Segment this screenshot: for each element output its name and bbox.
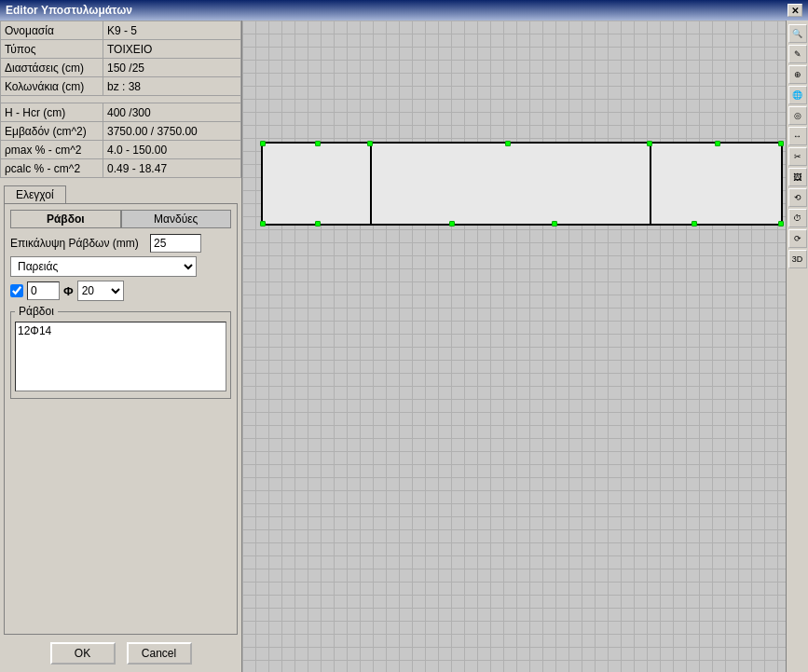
rabdoi-group-legend: Ράβδοι xyxy=(15,305,58,318)
info-label-0: Ονομασία xyxy=(1,21,103,40)
green-dot-t2 xyxy=(367,141,373,146)
info-value-8: 0.49 - 18.47 xyxy=(103,159,241,178)
left-panel: ΟνομασίαΚ9 - 5ΤύποςΤΟΙΧΕΙΟΔιαστάσεις (cm… xyxy=(0,21,242,672)
zoom-icon[interactable]: 🔍 xyxy=(788,24,807,43)
num-input[interactable] xyxy=(27,281,60,300)
info-table: ΟνομασίαΚ9 - 5ΤύποςΤΟΙΧΕΙΟΔιαστάσεις (cm… xyxy=(0,21,241,178)
epikalypsi-label: Επικάλυψη Ράβδων (mm) xyxy=(10,237,150,250)
grid-canvas xyxy=(242,21,808,672)
green-dot-b2 xyxy=(449,221,455,226)
add-icon[interactable]: ⊕ xyxy=(788,65,807,84)
info-label-1: Τύπος xyxy=(1,40,103,59)
close-button[interactable]: ✕ xyxy=(787,4,802,17)
right-panel: 🔍✎⊕🌐◎↔✂🖼⟲⏱⟳3D xyxy=(242,21,808,672)
cancel-button[interactable]: Cancel xyxy=(127,642,192,665)
epikalypsi-input[interactable] xyxy=(150,234,201,253)
sub-tab-mandyes[interactable]: Μανδύες xyxy=(121,210,232,228)
sub-tabs-row: Ράβδοι Μανδύες xyxy=(10,210,231,228)
ok-button[interactable]: OK xyxy=(50,642,116,665)
timer-icon[interactable]: ⏱ xyxy=(788,209,807,227)
info-label-2: Διαστάσεις (cm) xyxy=(1,59,103,77)
resize-icon[interactable]: ↔ xyxy=(788,127,807,145)
green-dot-t4 xyxy=(647,141,652,146)
checkbox-row: Φ 810121416182022252832 xyxy=(10,281,231,301)
tab-elegxoi[interactable]: Ελεγχοί xyxy=(4,185,66,203)
info-value-3: bz : 38 xyxy=(103,77,241,96)
info-label-7: ρmax % - cm^2 xyxy=(1,141,103,159)
green-dot-t3 xyxy=(505,141,511,146)
refresh-icon[interactable]: ⟳ xyxy=(788,229,807,248)
3d-icon[interactable]: 3D xyxy=(788,250,807,268)
green-dot-t5 xyxy=(715,141,720,146)
bottom-buttons: OK Cancel xyxy=(0,635,241,672)
tab-content: Ράβδοι Μανδύες Επικάλυψη Ράβδων (mm) Παρ… xyxy=(4,203,238,635)
wall-drawing xyxy=(261,142,783,226)
rotate-icon[interactable]: ⟲ xyxy=(788,188,807,207)
phi-dropdown[interactable]: 810121416182022252832 xyxy=(77,281,124,301)
green-dot-tr xyxy=(778,141,784,146)
phi-label: Φ xyxy=(63,284,74,298)
window-title: Editor Υποστυλωμάτων xyxy=(6,4,132,17)
green-dot-b1 xyxy=(315,221,321,226)
title-bar: Editor Υποστυλωμάτων ✕ xyxy=(0,0,808,21)
info-label-3: Κολωνάκια (cm) xyxy=(1,77,103,96)
info-label-6: Εμβαδόν (cm^2) xyxy=(1,122,103,141)
wall-inner-line1 xyxy=(370,144,372,224)
frame-icon[interactable]: 🖼 xyxy=(788,168,807,186)
tabs-row: Ελεγχοί xyxy=(0,185,241,203)
info-value-2: 150 /25 xyxy=(103,59,241,77)
canvas-area: 🔍✎⊕🌐◎↔✂🖼⟲⏱⟳3D xyxy=(242,21,808,672)
edit-icon[interactable]: ✎ xyxy=(788,45,807,63)
pareia-dropdown[interactable]: ΠαρειάςΕσωτερικάΕξωτερικά xyxy=(10,256,197,277)
green-dot-tl xyxy=(260,141,266,146)
info-value-0: Κ9 - 5 xyxy=(103,21,241,40)
target-icon[interactable]: ◎ xyxy=(788,106,807,125)
info-value-7: 4.0 - 150.00 xyxy=(103,141,241,159)
green-dot-b4 xyxy=(692,221,697,226)
green-dot-t1 xyxy=(315,141,321,146)
right-toolbar: 🔍✎⊕🌐◎↔✂🖼⟲⏱⟳3D xyxy=(786,21,808,672)
wall-inner-line2 xyxy=(650,144,651,224)
green-dot-bl xyxy=(260,221,266,226)
cut-icon[interactable]: ✂ xyxy=(788,147,807,166)
info-value-6: 3750.00 / 3750.00 xyxy=(103,122,241,141)
green-dot-br xyxy=(778,221,784,226)
globe-icon[interactable]: 🌐 xyxy=(788,86,807,104)
info-value-5: 400 /300 xyxy=(103,103,241,122)
info-label-8: ρcalc % - cm^2 xyxy=(1,159,103,178)
rabdoi-group: Ράβδοι xyxy=(10,305,231,399)
info-value-1: ΤΟΙΧΕΙΟ xyxy=(103,40,241,59)
checkbox-input[interactable] xyxy=(10,284,23,297)
epikalypsi-row: Επικάλυψη Ράβδων (mm) xyxy=(10,234,231,253)
sub-tab-rabdoi[interactable]: Ράβδοι xyxy=(10,210,121,228)
dropdown-row: ΠαρειάςΕσωτερικάΕξωτερικά xyxy=(10,256,231,277)
rabdoi-textarea[interactable] xyxy=(15,322,226,391)
green-dot-b3 xyxy=(552,221,557,226)
info-label-5: H - Hcr (cm) xyxy=(1,103,103,122)
main-container: ΟνομασίαΚ9 - 5ΤύποςΤΟΙΧΕΙΟΔιαστάσεις (cm… xyxy=(0,21,808,672)
